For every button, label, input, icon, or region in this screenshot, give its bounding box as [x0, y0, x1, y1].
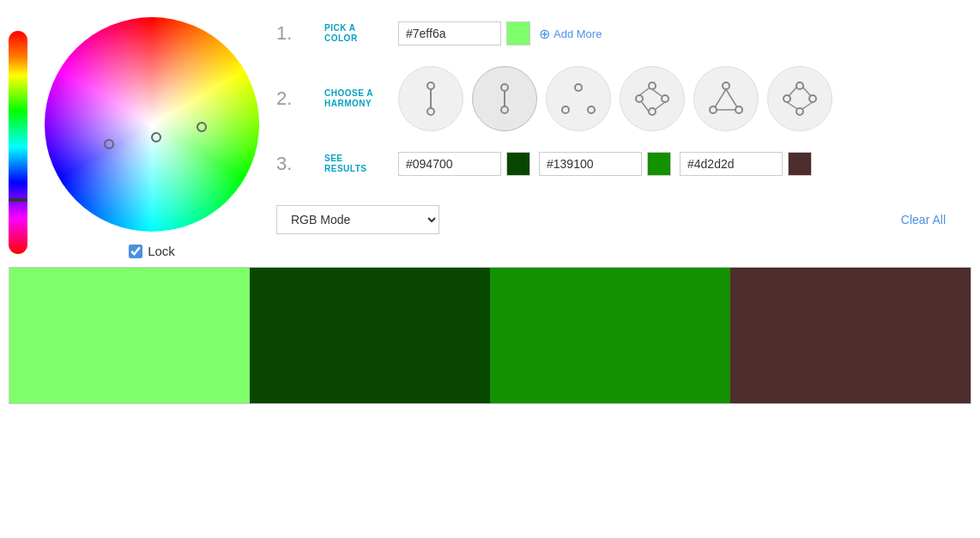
color-wheel[interactable] [45, 17, 259, 232]
step2-content [398, 66, 971, 131]
bottom-controls: RGB Mode HSB Mode HSL Mode CMYK Mode Cle… [276, 205, 971, 243]
svg-line-21 [715, 89, 726, 107]
result-1-input[interactable] [398, 152, 501, 176]
result-2-swatch [647, 152, 671, 176]
color-swatch-main[interactable] [506, 21, 530, 45]
accented-analogic-icon [778, 77, 821, 120]
svg-point-26 [796, 108, 803, 115]
svg-line-29 [787, 102, 797, 109]
harmony-buttons [398, 66, 832, 131]
svg-line-15 [642, 102, 649, 112]
svg-point-8 [588, 106, 595, 113]
svg-point-5 [501, 106, 508, 113]
complement-icon [483, 77, 526, 120]
svg-point-9 [649, 82, 656, 89]
step2-number: 2 . [276, 89, 311, 108]
svg-point-6 [575, 84, 582, 91]
svg-point-10 [662, 95, 668, 102]
svg-line-16 [639, 88, 649, 95]
svg-line-27 [803, 88, 811, 96]
svg-point-18 [735, 106, 742, 113]
triad-icon [557, 77, 600, 120]
step1-content: ⊕ Add More [398, 21, 971, 45]
svg-point-3 [501, 84, 508, 91]
svg-point-19 [710, 106, 717, 113]
clear-all-button[interactable]: Clear All [901, 213, 946, 227]
svg-point-2 [427, 108, 434, 115]
add-more-button[interactable]: ⊕ Add More [539, 26, 602, 42]
harmony-mono-button[interactable] [398, 66, 463, 131]
wheel-dot-3[interactable] [197, 122, 207, 132]
color-input-wrapper [398, 21, 530, 45]
lock-row: Lock [129, 244, 175, 258]
svg-point-7 [562, 106, 569, 113]
svg-point-23 [796, 82, 803, 89]
wheel-dot-2[interactable] [151, 132, 161, 142]
swatch-block-2[interactable] [250, 268, 490, 403]
add-more-plus-icon: ⊕ [539, 26, 550, 42]
result-1-swatch [506, 152, 530, 176]
right-panel: 1 . PICK A COLOR ⊕ Add More 2 [276, 17, 971, 258]
svg-line-20 [726, 89, 737, 107]
swatches-panel [9, 267, 971, 404]
harmony-tetrad-button[interactable] [620, 66, 685, 131]
mono-icon [409, 77, 452, 120]
svg-point-11 [649, 108, 656, 115]
svg-line-28 [789, 88, 796, 96]
result-3-wrapper [680, 152, 812, 176]
svg-point-17 [723, 82, 729, 89]
mode-select[interactable]: RGB Mode HSB Mode HSL Mode CMYK Mode [276, 205, 439, 234]
swatch-block-4[interactable] [730, 268, 971, 403]
svg-line-30 [802, 102, 813, 109]
result-2-wrapper [539, 152, 671, 176]
step3-row: 3 . SEE RESULTS [276, 152, 971, 176]
step1-number: 1 . [276, 24, 311, 43]
result-1-wrapper [398, 152, 530, 176]
color-wheel-container: Lock [45, 17, 259, 258]
tetrad-icon [631, 77, 674, 120]
wheel-dot-1[interactable] [104, 139, 114, 149]
step2-row: 2 . CHOOSE A HARMONY [276, 66, 971, 131]
step1-row: 1 . PICK A COLOR ⊕ Add More [276, 21, 971, 45]
step3-content [398, 152, 971, 176]
analogic-icon [705, 77, 747, 120]
svg-line-13 [652, 89, 662, 96]
hue-slider[interactable] [9, 31, 27, 254]
result-3-input[interactable] [680, 152, 783, 176]
step1-label: PICK A COLOR [324, 23, 384, 44]
step3-number: 3 . [276, 154, 311, 173]
swatch-block-1[interactable] [9, 268, 250, 403]
lock-checkbox[interactable] [129, 245, 142, 258]
svg-point-12 [636, 95, 643, 102]
hue-slider-container [9, 26, 27, 258]
result-3-swatch [788, 152, 812, 176]
harmony-complement-button[interactable] [472, 66, 537, 131]
harmony-analogic-button[interactable] [693, 66, 759, 131]
svg-line-14 [656, 102, 665, 109]
hue-thumb[interactable] [9, 198, 27, 202]
color-hex-input[interactable] [398, 21, 501, 45]
harmony-accented-button[interactable] [767, 66, 832, 131]
swatch-block-3[interactable] [490, 268, 730, 403]
result-2-input[interactable] [539, 152, 642, 176]
harmony-triad-button[interactable] [546, 66, 611, 131]
step3-label: SEE RESULTS [324, 154, 384, 174]
lock-label: Lock [148, 244, 175, 258]
svg-point-0 [427, 82, 434, 89]
step2-label: CHOOSE A HARMONY [324, 88, 384, 109]
